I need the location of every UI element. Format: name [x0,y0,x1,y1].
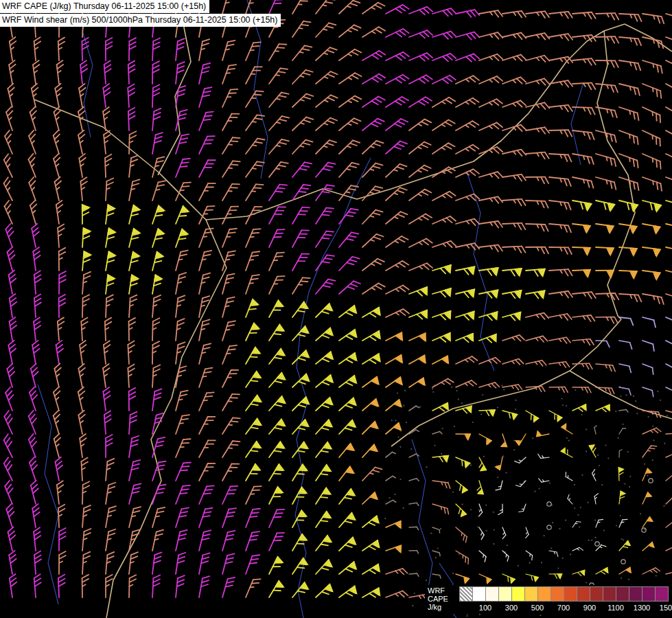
wind-barb [362,72,385,89]
wind-barb [642,271,660,279]
wind-barb [292,137,313,159]
wind-barb [199,109,213,133]
wind-barb [642,566,660,578]
wind-barb [386,521,403,534]
wind-barb [176,84,185,108]
wind-barb [339,279,360,299]
wind-barb [152,252,163,273]
wind-barb [595,364,616,371]
wind-barb [432,215,456,230]
wind-barb [176,272,186,295]
wind-barb [105,318,113,341]
wind-barb [129,505,141,529]
wind-barb [362,95,385,113]
wind-barb [432,356,451,369]
wind-barb [199,157,216,181]
wind-barb [432,265,453,277]
wind-barb [102,364,112,387]
wind-barb [523,551,534,560]
wind-barb [663,364,672,376]
wind-barb [34,527,43,551]
wind-barb [78,387,89,411]
wind-barb [572,339,594,346]
wind-barb [9,294,19,317]
wind-barb [269,159,288,181]
wind-barb [128,61,136,84]
legend-model-label: WRF [428,586,459,595]
wind-barb [663,387,672,398]
wind-barb [199,342,211,365]
wind-barb [222,38,235,62]
terrain-speckles [384,385,668,617]
legend-param-label: CAPE [428,595,459,603]
legend-swatch [603,587,616,601]
wind-barb [386,234,408,253]
wind-barb [479,268,499,277]
wind-barb [662,130,672,147]
wind-barb [456,379,476,393]
wind-barb [222,319,235,343]
wind-barb [362,282,385,299]
wind-barb [619,518,627,529]
wind-barb [564,472,575,481]
wind-barb [199,483,214,507]
wind-barb [432,377,454,392]
wind-barb [432,551,441,556]
wind-barb [362,444,379,461]
wind-barb [526,312,548,323]
wind-barb [292,67,313,88]
wind-barb [176,460,191,483]
wind-barb [641,317,658,328]
wind-barb [199,272,210,295]
wind-barb [502,76,526,90]
legend-tick-label: 900 [583,604,596,612]
wind-barb [152,529,163,552]
wind-barb [9,574,19,597]
wind-barb [362,422,380,439]
wind-barb [617,154,640,168]
wind-barb [199,529,211,552]
wind-barb [572,292,596,301]
wind-barb [409,310,430,324]
wind-barb [619,491,625,505]
wind-barb [339,562,358,579]
wind-barb [104,60,112,84]
wind-barb [642,492,652,506]
wind-barb [640,177,664,191]
wind-barb [59,295,66,317]
wind-barb [339,306,358,323]
wind-barb [640,364,656,374]
wind-barb [386,209,408,229]
wind-barb [222,391,240,414]
wind-barb [152,61,159,84]
wind-barb [432,141,455,159]
wind-barb [78,130,89,154]
wind-barb [269,373,287,392]
wind-barb [664,411,672,421]
wind-barb [246,323,260,344]
wind-barb [316,488,332,508]
wind-barb [316,277,336,298]
wind-barb [222,181,240,204]
wind-barb [176,365,186,389]
wind-barb [339,138,360,159]
wind-barb [9,317,19,341]
wind-barb [386,51,409,67]
wind-barb [452,481,467,494]
wind-barb [339,420,358,439]
wind-barb [666,516,672,531]
wind-barb [572,270,590,277]
wind-barb [106,295,113,317]
wind-barb [662,107,672,124]
wind-barb [28,457,42,481]
wind-barb [176,529,187,552]
wind-barb [362,25,385,43]
wind-barb [409,117,431,136]
wind-barb [386,284,409,299]
wind-barb [269,137,289,158]
wind-barb [3,411,18,434]
wind-barb [549,336,570,346]
wind-barb [339,489,356,508]
wind-barb [246,299,259,320]
wind-barb [152,341,159,364]
